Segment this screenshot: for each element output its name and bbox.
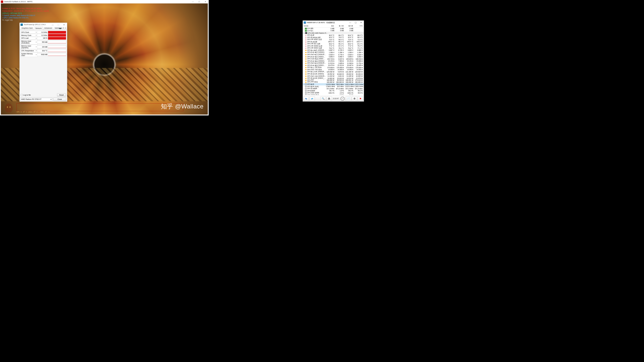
expand-icon[interactable]: › bbox=[303, 95, 303, 95]
hw-group-header[interactable]: ⌄GPU [#0]: AMD Radeon R... bbox=[303, 32, 364, 34]
hw-row[interactable]: GPU 核心功率 (VDDCR_GFX)129.936 W5.876 W131.… bbox=[303, 71, 364, 73]
hw-row[interactable]: GPU VR SoC 温度69.0 °C55.3 °C69.0 °C67.2 °… bbox=[303, 43, 364, 45]
hw-sensor-tree[interactable]: 总计读取0 MB0 MB0 MB总计写入0 MB0 MB0 MB⌄GPU [#0… bbox=[303, 27, 364, 95]
reset-button[interactable]: Reset bbox=[57, 93, 66, 97]
sensor-graph bbox=[48, 31, 66, 34]
sensor-label[interactable]: Memory Used (Dynamic)▼ bbox=[21, 45, 38, 49]
hw-row[interactable]: GPU D3D 使用率100.0 %2.5 %100.0 %99.5 % bbox=[303, 92, 364, 94]
sensor-label[interactable]: Memory Used (Dedicated)▼ bbox=[21, 40, 38, 44]
search-icon[interactable]: 🔍 bbox=[320, 96, 326, 101]
col-avg[interactable]: 平均 bbox=[354, 25, 364, 27]
hw-row[interactable]: GPU PPT180.000 W36.543 W180.001 W179.416… bbox=[303, 79, 364, 81]
sensor-label[interactable]: CPU Temperature▼ bbox=[21, 49, 38, 52]
hw-row[interactable]: GPU 显存频率871.8 MHz871.8 MHz871.8 MHz871.8… bbox=[303, 88, 364, 90]
hw-row[interactable]: GPU SoC 电压 (VDDCR_S...0.925 V0.778 V0.92… bbox=[303, 54, 364, 56]
sensor-label[interactable]: Memory Clock▼ bbox=[21, 34, 38, 37]
sensor-row: CPU Temperature▼ 38.0 °C bbox=[21, 49, 66, 52]
col-sensor[interactable]: 传感器 bbox=[303, 25, 326, 27]
maximize-button[interactable]: ▢ bbox=[56, 23, 61, 26]
sensor-label[interactable]: System Memory Used▼ bbox=[21, 52, 38, 57]
hw-row[interactable]: GPU VR VDDC 温度73.5 °C55.5 °C73.6 °C71.6 … bbox=[303, 38, 364, 41]
menu-icon[interactable]: ≡ bbox=[65, 27, 66, 29]
sensor-label[interactable]: GPU Load▼ bbox=[21, 37, 38, 39]
nav-arrows-icon[interactable]: ⇆ bbox=[303, 96, 309, 101]
hwinfo-titlebar[interactable]: HWiNFO64 v7.30-4870 - 传感器状态 — ▢ ✕ bbox=[303, 21, 364, 24]
watermark-text: 知乎 @Wallace bbox=[161, 103, 203, 111]
sensor-value: 154 MB bbox=[38, 46, 48, 48]
hw-row[interactable]: GPU 显存功率 (VDDCI_MEM)14.003 W13.016 W14.0… bbox=[303, 77, 364, 79]
hw-row[interactable]: GPU 频率 (有效)1,566.6 MHz28.5 MHz1,615.5 MH… bbox=[303, 86, 364, 88]
hw-row[interactable]: GPU SOC TDC 限制14.000 A14.000 A14.000 A14… bbox=[303, 69, 364, 71]
hw-row[interactable]: GPU VR VDDCI 温度79.0 °C70.0 °C79.0 °C77.2… bbox=[303, 47, 364, 50]
hw-row[interactable]: GPU 核心 TDC 限制170.000 A170.000 A170.000 A… bbox=[303, 66, 364, 69]
settings-icon[interactable]: ⚙ bbox=[352, 96, 357, 101]
network-icon[interactable]: 🖧 bbox=[327, 96, 332, 101]
chevron-down-icon: ▼ bbox=[35, 38, 37, 39]
sensor-value: 0.0 MHz bbox=[38, 31, 48, 34]
tab-advanced[interactable]: Advanced bbox=[43, 26, 53, 30]
hw-row[interactable]: GPU 频率1,570.9 MHz795.5 MHz1,621.4 MHz1,5… bbox=[303, 83, 364, 86]
close-button[interactable]: ✕ bbox=[202, 0, 209, 3]
temp-icon bbox=[305, 34, 307, 36]
volt-icon bbox=[305, 67, 307, 68]
sensor-graph bbox=[48, 41, 66, 44]
gpuz-titlebar[interactable]: TechPowerUp GPU-Z 2.54.0 — ▢ ✕ bbox=[20, 23, 67, 27]
close-button[interactable]: ✕ bbox=[358, 21, 364, 24]
minimize-button[interactable]: — bbox=[190, 0, 196, 3]
gpuz-toolbar: 📷 ⟳ ≡ bbox=[59, 27, 66, 29]
col-current[interactable]: 实际 bbox=[326, 25, 335, 27]
hw-row[interactable]: GPU Core 电流 (VDDCR_G...149.724 A8.037 A1… bbox=[303, 58, 364, 60]
device-select[interactable]: AMD Radeon RX 5700 XT ▼ bbox=[21, 98, 53, 101]
chevron-down-icon: ▼ bbox=[35, 32, 37, 33]
close-button[interactable]: ✕ bbox=[61, 23, 67, 26]
temp-icon bbox=[305, 41, 307, 43]
collapse-icon[interactable]: ⌄ bbox=[303, 32, 305, 34]
sensor-row: Memory Clock▼ 0.0 MHz bbox=[21, 34, 66, 37]
hw-row[interactable]: ›GPU D3D利用率0.0 %0.0 % bbox=[303, 94, 364, 95]
hw-row[interactable]: GPU SoC 电流 (VDDCR_S...11.913 A3.085 A11.… bbox=[303, 62, 364, 64]
volt-icon bbox=[305, 54, 307, 56]
furmark-titlebar[interactable]: Geeks3D FurMark v1.35.0.0 - 96FPS — ▢ ✕ bbox=[0, 0, 209, 4]
clock-icon[interactable] bbox=[341, 97, 345, 101]
col-max[interactable]: 最大值 bbox=[345, 25, 354, 27]
hw-row[interactable]: GPU PPT 限制180.000 W180.000 W180.000 W180… bbox=[303, 81, 364, 84]
hw-row[interactable]: GPU 内存 电压 (VDDIO)1.356 V1.356 V1.356 V1.… bbox=[303, 52, 364, 54]
hw-row[interactable]: GPU利用率99.7 %1.0 %99.8 %99.3 % bbox=[303, 90, 364, 92]
hw-row[interactable]: GPU 内存 电压 (VDDCI_M...0.850 V0.850 V0.850… bbox=[303, 56, 364, 58]
clk-icon bbox=[305, 92, 307, 94]
hw-row[interactable]: GPU 核心电压 (VDDCR_GFX)0.867 V0.729 V0.892 … bbox=[303, 49, 364, 52]
tab-graphics-card[interactable]: Graphics Card bbox=[20, 26, 34, 30]
hw-row[interactable]: 总计写入0 MB0 MB0 MB bbox=[303, 30, 364, 32]
minimize-button[interactable]: — bbox=[50, 23, 56, 26]
sensor-label[interactable]: GPU Clock▼ bbox=[21, 31, 38, 34]
hw-row[interactable]: GPU 显存结点温度92.0 °C74.0 °C92.0 °C90.3 °C bbox=[303, 36, 364, 39]
hw-header-row: 传感器 实际 最小值 最大值 平均 bbox=[303, 24, 364, 28]
log-to-file-checkbox[interactable] bbox=[21, 94, 23, 96]
hw-row[interactable]: GPU 显存功率 (VDDIO)20.552 W10.664 W20.603 W… bbox=[303, 73, 364, 75]
nav-sort-icon[interactable]: ⇄ bbox=[309, 96, 315, 101]
mem-icon bbox=[305, 28, 307, 29]
hw-row[interactable]: GPU 温度90.5 °C68.2 °C90.6 °C88.9 °C bbox=[303, 34, 364, 36]
hw-row[interactable]: GPU 内存 电流 (VDDIO)15.153 A7.863 A15.191 A… bbox=[303, 60, 364, 62]
sensor-value: 5630 MB bbox=[38, 53, 48, 56]
save-icon[interactable]: 📄 bbox=[346, 96, 351, 101]
col-min[interactable]: 最小值 bbox=[335, 25, 345, 27]
gpuz-app-icon bbox=[21, 23, 23, 26]
maximize-button[interactable]: ▢ bbox=[353, 21, 359, 24]
close-button[interactable]: Close bbox=[53, 98, 66, 101]
sensor-row: Memory Used (Dedicated)▼ 555 MB bbox=[21, 40, 66, 44]
hw-row[interactable]: 总计读取0 MB0 MB0 MB bbox=[303, 27, 364, 30]
hw-row[interactable]: GPU SoC 功耗 (VDDCR_S...11.019 W2.401 W11.… bbox=[303, 75, 364, 77]
hw-row[interactable]: GPU VR VDDIO 温度77.0 °C67.3 °C77.0 °C75.4… bbox=[303, 45, 364, 47]
hw-row[interactable]: GPU 内存 电流 (VDDCI_M...16.474 A15.313 A16.… bbox=[303, 64, 364, 67]
maximize-button[interactable]: ▢ bbox=[196, 0, 202, 3]
exit-icon[interactable]: ✖ bbox=[358, 96, 363, 101]
sensor-row: GPU Load▼ 100 % bbox=[21, 37, 66, 39]
minimize-button[interactable]: — bbox=[347, 21, 353, 24]
chevron-down-icon: ▼ bbox=[35, 54, 37, 55]
sensor-value: 100 % bbox=[38, 37, 48, 39]
hw-row[interactable]: GPU 热点温度105.3 °C68.3 °C105.4 °C103.5 °C bbox=[303, 41, 364, 43]
refresh-icon[interactable]: ⟳ bbox=[63, 27, 64, 29]
screenshot-icon[interactable]: 📷 bbox=[59, 27, 61, 29]
tab-sensors[interactable]: Sensors bbox=[34, 26, 43, 30]
